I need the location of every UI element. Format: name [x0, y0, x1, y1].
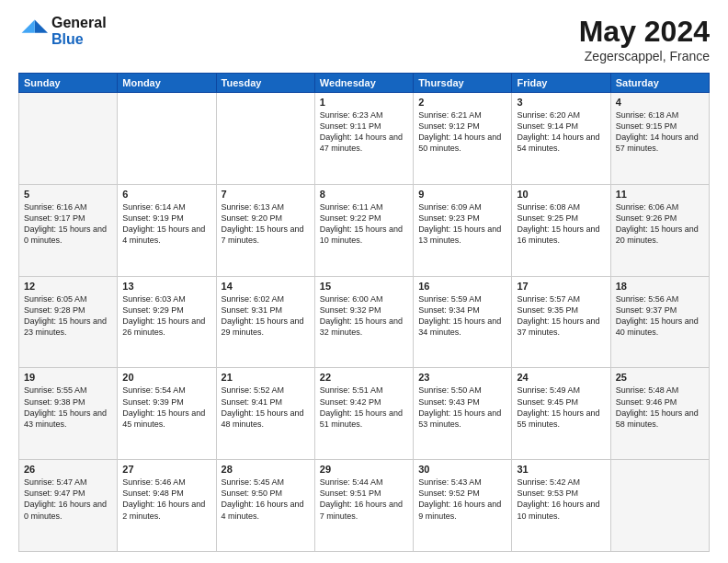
- calendar-cell: [216, 93, 314, 185]
- day-info: Sunrise: 5:55 AM Sunset: 9:38 PM Dayligh…: [24, 385, 112, 430]
- logo-general: General: [51, 15, 107, 31]
- day-info: Sunrise: 5:50 AM Sunset: 9:43 PM Dayligh…: [418, 385, 506, 430]
- calendar-cell: 4Sunrise: 6:18 AM Sunset: 9:15 PM Daylig…: [610, 93, 709, 185]
- calendar-cell: 7Sunrise: 6:13 AM Sunset: 9:20 PM Daylig…: [216, 184, 314, 276]
- day-info: Sunrise: 6:14 AM Sunset: 9:19 PM Dayligh…: [122, 201, 210, 247]
- day-number: 12: [24, 281, 112, 292]
- calendar-cell: 28Sunrise: 5:45 AM Sunset: 9:50 PM Dayli…: [216, 460, 314, 552]
- logo: General Blue: [18, 15, 107, 47]
- day-number: 26: [24, 464, 112, 475]
- day-info: Sunrise: 5:46 AM Sunset: 9:48 PM Dayligh…: [122, 477, 210, 522]
- calendar-cell: 6Sunrise: 6:14 AM Sunset: 9:19 PM Daylig…: [118, 184, 216, 276]
- day-info: Sunrise: 5:43 AM Sunset: 9:52 PM Dayligh…: [418, 477, 506, 522]
- calendar-week-3: 19Sunrise: 5:55 AM Sunset: 9:38 PM Dayli…: [19, 368, 710, 460]
- calendar-cell: 17Sunrise: 5:57 AM Sunset: 9:35 PM Dayli…: [512, 276, 610, 368]
- day-number: 7: [222, 189, 310, 200]
- day-number: 13: [122, 281, 210, 292]
- day-number: 14: [222, 281, 310, 292]
- calendar-body: 1Sunrise: 6:23 AM Sunset: 9:11 PM Daylig…: [19, 93, 710, 552]
- day-info: Sunrise: 6:16 AM Sunset: 9:17 PM Dayligh…: [24, 201, 112, 247]
- day-info: Sunrise: 5:59 AM Sunset: 9:34 PM Dayligh…: [418, 293, 506, 339]
- day-number: 17: [517, 281, 605, 292]
- calendar-cell: 3Sunrise: 6:20 AM Sunset: 9:14 PM Daylig…: [512, 93, 610, 185]
- weekday-header-thursday: Thursday: [414, 74, 512, 93]
- title-block: May 2024 Zegerscappel, France: [579, 15, 710, 63]
- day-number: 11: [616, 189, 704, 200]
- day-number: 29: [320, 464, 408, 475]
- calendar-cell: 5Sunrise: 6:16 AM Sunset: 9:17 PM Daylig…: [19, 184, 118, 276]
- day-number: 25: [616, 372, 704, 383]
- logo-icon: [18, 17, 48, 46]
- day-number: 22: [320, 372, 408, 383]
- calendar-cell: [19, 93, 118, 185]
- day-info: Sunrise: 5:47 AM Sunset: 9:47 PM Dayligh…: [24, 477, 112, 522]
- day-number: 19: [24, 372, 112, 383]
- calendar-cell: 31Sunrise: 5:42 AM Sunset: 9:53 PM Dayli…: [512, 460, 610, 552]
- month-year: May 2024: [579, 15, 710, 49]
- logo-blue: Blue: [51, 31, 107, 48]
- calendar-cell: 25Sunrise: 5:48 AM Sunset: 9:46 PM Dayli…: [610, 368, 709, 460]
- calendar-cell: 23Sunrise: 5:50 AM Sunset: 9:43 PM Dayli…: [414, 368, 512, 460]
- day-info: Sunrise: 6:23 AM Sunset: 9:11 PM Dayligh…: [320, 109, 408, 155]
- day-info: Sunrise: 5:56 AM Sunset: 9:37 PM Dayligh…: [616, 293, 704, 339]
- calendar-cell: 30Sunrise: 5:43 AM Sunset: 9:52 PM Dayli…: [414, 460, 512, 552]
- day-info: Sunrise: 6:02 AM Sunset: 9:31 PM Dayligh…: [222, 293, 310, 339]
- day-number: 31: [517, 464, 605, 475]
- calendar-header: SundayMondayTuesdayWednesdayThursdayFrid…: [19, 74, 710, 93]
- calendar-cell: 13Sunrise: 6:03 AM Sunset: 9:29 PM Dayli…: [118, 276, 216, 368]
- calendar-table: SundayMondayTuesdayWednesdayThursdayFrid…: [18, 73, 710, 552]
- weekday-header-wednesday: Wednesday: [314, 74, 413, 93]
- day-number: 27: [122, 464, 210, 475]
- svg-marker-1: [22, 19, 35, 32]
- header: General Blue May 2024 Zegerscappel, Fran…: [18, 15, 710, 63]
- weekday-header-sunday: Sunday: [19, 74, 118, 93]
- calendar-cell: 11Sunrise: 6:06 AM Sunset: 9:26 PM Dayli…: [610, 184, 709, 276]
- calendar-cell: 24Sunrise: 5:49 AM Sunset: 9:45 PM Dayli…: [512, 368, 610, 460]
- calendar-cell: 21Sunrise: 5:52 AM Sunset: 9:41 PM Dayli…: [216, 368, 314, 460]
- calendar-cell: 16Sunrise: 5:59 AM Sunset: 9:34 PM Dayli…: [414, 276, 512, 368]
- day-number: 8: [320, 189, 408, 200]
- day-info: Sunrise: 6:18 AM Sunset: 9:15 PM Dayligh…: [616, 109, 704, 155]
- calendar-cell: [610, 460, 709, 552]
- day-number: 2: [418, 97, 506, 108]
- calendar-cell: 15Sunrise: 6:00 AM Sunset: 9:32 PM Dayli…: [314, 276, 413, 368]
- weekday-row: SundayMondayTuesdayWednesdayThursdayFrid…: [19, 74, 710, 93]
- calendar-cell: 9Sunrise: 6:09 AM Sunset: 9:23 PM Daylig…: [414, 184, 512, 276]
- weekday-header-saturday: Saturday: [610, 74, 709, 93]
- calendar-cell: 12Sunrise: 6:05 AM Sunset: 9:28 PM Dayli…: [19, 276, 118, 368]
- day-number: 28: [222, 464, 310, 475]
- day-number: 3: [517, 97, 605, 108]
- logo-text: General Blue: [51, 15, 107, 47]
- day-number: 16: [418, 281, 506, 292]
- day-number: 15: [320, 281, 408, 292]
- day-info: Sunrise: 5:57 AM Sunset: 9:35 PM Dayligh…: [517, 293, 605, 339]
- day-info: Sunrise: 5:54 AM Sunset: 9:39 PM Dayligh…: [122, 385, 210, 430]
- day-info: Sunrise: 6:20 AM Sunset: 9:14 PM Dayligh…: [517, 109, 605, 155]
- day-number: 6: [122, 189, 210, 200]
- day-info: Sunrise: 6:11 AM Sunset: 9:22 PM Dayligh…: [320, 201, 408, 247]
- calendar-cell: 27Sunrise: 5:46 AM Sunset: 9:48 PM Dayli…: [118, 460, 216, 552]
- day-number: 9: [418, 189, 506, 200]
- calendar-cell: 14Sunrise: 6:02 AM Sunset: 9:31 PM Dayli…: [216, 276, 314, 368]
- calendar-cell: 19Sunrise: 5:55 AM Sunset: 9:38 PM Dayli…: [19, 368, 118, 460]
- day-info: Sunrise: 6:05 AM Sunset: 9:28 PM Dayligh…: [24, 293, 112, 339]
- calendar-week-2: 12Sunrise: 6:05 AM Sunset: 9:28 PM Dayli…: [19, 276, 710, 368]
- calendar-week-0: 1Sunrise: 6:23 AM Sunset: 9:11 PM Daylig…: [19, 93, 710, 185]
- calendar-cell: [118, 93, 216, 185]
- calendar-cell: 18Sunrise: 5:56 AM Sunset: 9:37 PM Dayli…: [610, 276, 709, 368]
- day-info: Sunrise: 5:42 AM Sunset: 9:53 PM Dayligh…: [517, 477, 605, 522]
- day-number: 5: [24, 189, 112, 200]
- day-number: 23: [418, 372, 506, 383]
- day-number: 24: [517, 372, 605, 383]
- calendar-cell: 26Sunrise: 5:47 AM Sunset: 9:47 PM Dayli…: [19, 460, 118, 552]
- day-info: Sunrise: 6:06 AM Sunset: 9:26 PM Dayligh…: [616, 201, 704, 247]
- svg-marker-0: [35, 19, 48, 32]
- day-number: 4: [616, 97, 704, 108]
- day-info: Sunrise: 6:00 AM Sunset: 9:32 PM Dayligh…: [320, 293, 408, 339]
- day-info: Sunrise: 5:51 AM Sunset: 9:42 PM Dayligh…: [320, 385, 408, 430]
- calendar-week-4: 26Sunrise: 5:47 AM Sunset: 9:47 PM Dayli…: [19, 460, 710, 552]
- day-info: Sunrise: 5:45 AM Sunset: 9:50 PM Dayligh…: [222, 477, 310, 522]
- day-number: 21: [222, 372, 310, 383]
- weekday-header-tuesday: Tuesday: [216, 74, 314, 93]
- day-info: Sunrise: 6:21 AM Sunset: 9:12 PM Dayligh…: [418, 109, 506, 155]
